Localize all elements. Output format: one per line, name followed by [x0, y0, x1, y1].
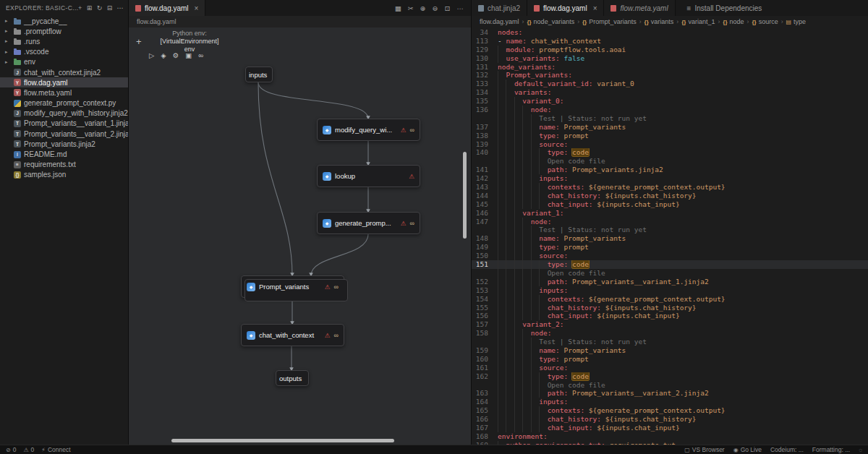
- test-icon[interactable]: ◈: [161, 51, 166, 59]
- status-codeium[interactable]: Codeium: ...: [770, 446, 804, 453]
- status-formatting[interactable]: Formatting: ...: [812, 446, 850, 453]
- dag-node-chat_with_context[interactable]: ◆chat_with_context⚠∞: [241, 324, 344, 346]
- code-line-153[interactable]: 153inputs:: [472, 286, 868, 295]
- collapse-all-icon[interactable]: ⊟: [107, 4, 113, 12]
- code-line-134[interactable]: 134variants:: [472, 88, 868, 97]
- codelens-line[interactable]: Test | Status: not run yet: [472, 114, 868, 123]
- export-icon[interactable]: ▣: [185, 51, 192, 59]
- code-line-139[interactable]: 139source:: [472, 140, 868, 149]
- code-line-156[interactable]: 156chat_input: ${inputs.chat_input}: [472, 312, 868, 320]
- tree-file-flow.meta.yaml[interactable]: Yflow.meta.yaml: [0, 87, 128, 98]
- code-line-158[interactable]: 158node:: [472, 329, 868, 338]
- code-line-161[interactable]: 161source:: [472, 364, 868, 372]
- status-warning-count[interactable]: ⚠0: [23, 446, 34, 453]
- code-line-151[interactable]: 151type: code: [472, 260, 868, 269]
- breadcrumb-item-variant_1[interactable]: {}variant_1: [681, 18, 715, 25]
- add-node-button[interactable]: +: [136, 36, 142, 47]
- codelens-line[interactable]: Open code file: [472, 157, 868, 166]
- tab-flow-dag-yaml[interactable]: flow.dag.yaml×: [527, 0, 604, 16]
- breadcrumb-item-source[interactable]: {}source: [752, 18, 778, 25]
- status-go-live[interactable]: ◉Go Live: [733, 446, 762, 453]
- status-connect-button[interactable]: ⚡Connect: [41, 446, 70, 453]
- codelens-line[interactable]: Open code file: [472, 269, 868, 278]
- dag-canvas[interactable]: Python env: [VirtualEnvironment] env + ▷…: [129, 27, 471, 445]
- code-line-34[interactable]: 34nodes:: [472, 28, 868, 37]
- code-line-130[interactable]: 130use_variants: false: [472, 54, 868, 63]
- tree-file-Prompt_variants.jinja2[interactable]: TPrompt_variants.jinja2: [0, 139, 128, 149]
- code-line-164[interactable]: 164inputs:: [472, 398, 868, 406]
- code-line-150[interactable]: 150source:: [472, 252, 868, 260]
- code-line-166[interactable]: 166chat_history: ${inputs.chat_history}: [472, 415, 868, 424]
- horizontal-scrollbar[interactable]: [171, 439, 394, 442]
- new-folder-icon[interactable]: ⊞: [87, 4, 93, 12]
- code-line-155[interactable]: 155chat_history: ${inputs.chat_history}: [472, 304, 868, 312]
- vertical-scrollbar[interactable]: [463, 152, 467, 239]
- tree-file-flow.dag.yaml[interactable]: Yflow.dag.yaml: [0, 77, 128, 87]
- tree-folder-env[interactable]: ▸env: [0, 57, 128, 67]
- code-line-163[interactable]: 163path: Prompt_variants__variant_2.jinj…: [472, 389, 868, 398]
- code-line-147[interactable]: 147node:: [472, 218, 868, 226]
- dag-node-outputs[interactable]: outputs: [276, 370, 309, 386]
- code-line-154[interactable]: 154contexts: ${generate_prompt_context.o…: [472, 295, 868, 304]
- code-line-165[interactable]: 165contexts: ${generate_prompt_context.o…: [472, 406, 868, 415]
- code-line-135[interactable]: 135variant_0:: [472, 97, 868, 106]
- code-line-149[interactable]: 149type: prompt: [472, 243, 868, 252]
- layout-icon[interactable]: ▦: [395, 4, 401, 12]
- new-file-icon[interactable]: +: [78, 4, 82, 12]
- link-icon[interactable]: ∞: [198, 51, 203, 59]
- close-icon[interactable]: ×: [195, 4, 199, 12]
- dag-node-modify_query_with_history[interactable]: ◆modify_query_wi...⚠∞: [317, 119, 420, 141]
- code-line-138[interactable]: 138type: prompt: [472, 132, 868, 140]
- codelens-line[interactable]: Test | Status: not run yet: [472, 226, 868, 234]
- zoom-out-icon[interactable]: ⊖: [433, 4, 438, 12]
- dag-node-inputs[interactable]: inputs: [245, 67, 273, 82]
- dag-breadcrumb[interactable]: flow.dag.yaml: [129, 16, 471, 27]
- breadcrumb-item-Prompt_variants[interactable]: {}Prompt_variants: [582, 18, 637, 25]
- breadcrumb-item-variants[interactable]: {}variants: [644, 18, 674, 25]
- dag-node-prompt_variants[interactable]: ◆Prompt_variants⚠∞: [241, 275, 344, 298]
- close-icon[interactable]: ×: [593, 4, 597, 12]
- settings-icon[interactable]: ⚙: [173, 51, 179, 59]
- breadcrumb-item[interactable]: flow.dag.yaml: [137, 18, 176, 25]
- tree-file-Prompt_variants__variant_2.jinja2[interactable]: TPrompt_variants__variant_2.jinja2: [0, 129, 128, 139]
- breadcrumb-item-type[interactable]: ▤type: [786, 18, 807, 25]
- code-line-160[interactable]: 160type: prompt: [472, 355, 868, 364]
- code-line-159[interactable]: 159name: Prompt_variants: [472, 346, 868, 355]
- code-line-167[interactable]: 167chat_input: ${inputs.chat_input}: [472, 424, 868, 432]
- code-line-129[interactable]: 129module: promptflow.tools.aoai: [472, 46, 868, 54]
- codelens-line[interactable]: Open code file: [472, 381, 868, 390]
- tree-folder-.promptflow[interactable]: ▸.promptflow: [0, 26, 128, 36]
- codelens-line[interactable]: Test | Status: not run yet: [472, 338, 868, 346]
- code-line-157[interactable]: 157variant_2:: [472, 320, 868, 329]
- code-line-136[interactable]: 136node:: [472, 106, 868, 114]
- code-line-132[interactable]: 132Prompt_variants:: [472, 71, 868, 80]
- code-line-141[interactable]: 141path: Prompt_variants.jinja2: [472, 166, 868, 174]
- install-dependencies-button[interactable]: ≡ Install Dependencies: [687, 0, 762, 16]
- code-line-142[interactable]: 142inputs:: [472, 174, 868, 183]
- fit-view-icon[interactable]: ⊡: [445, 4, 451, 12]
- tab-chat-jinja2[interactable]: chat.jinja2: [472, 0, 527, 16]
- tree-folder-.runs[interactable]: ▸.runs: [0, 36, 128, 46]
- code-line-162[interactable]: 162type: code: [472, 372, 868, 381]
- more-actions-icon[interactable]: ⋯: [117, 4, 124, 12]
- code-line-145[interactable]: 145chat_input: ${inputs.chat_input}: [472, 200, 868, 209]
- tree-file-README.md[interactable]: iREADME.md: [0, 149, 128, 159]
- zoom-in-icon[interactable]: ⊕: [420, 4, 426, 12]
- tree-file-chat_with_context.jinja2[interactable]: Jchat_with_context.jinja2: [0, 67, 128, 77]
- breadcrumb-item-node[interactable]: {}node: [723, 18, 744, 25]
- refresh-icon[interactable]: ↻: [97, 4, 103, 12]
- breadcrumb-item-node_variants[interactable]: {}node_variants: [527, 18, 574, 25]
- run-icon[interactable]: ▷: [149, 51, 154, 59]
- breadcrumb-item-flow.dag.yaml[interactable]: flow.dag.yaml: [480, 18, 519, 25]
- tree-file-requirements.txt[interactable]: ≡requirements.txt: [0, 160, 128, 170]
- more-actions-icon[interactable]: ⋯: [457, 4, 464, 12]
- code-line-168[interactable]: 168environment:: [472, 432, 868, 441]
- tree-file-modify_query_with_history.jinja2[interactable]: Jmodify_query_with_history.jinja2: [0, 108, 128, 119]
- tab-flow-dag-yaml[interactable]: flow.dag.yaml ×: [129, 0, 205, 16]
- code-line-133[interactable]: 133default_variant_id: variant_0: [472, 80, 868, 88]
- dag-node-lookup[interactable]: ◆lookup⚠: [317, 165, 420, 187]
- code-line-137[interactable]: 137name: Prompt_variants: [472, 123, 868, 132]
- dag-node-generate_prompt_context[interactable]: ◆generate_promp...⚠∞: [317, 212, 420, 234]
- code-line-152[interactable]: 152path: Prompt_variants__variant_1.jinj…: [472, 278, 868, 286]
- code-line-131[interactable]: 131node_variants:: [472, 63, 868, 72]
